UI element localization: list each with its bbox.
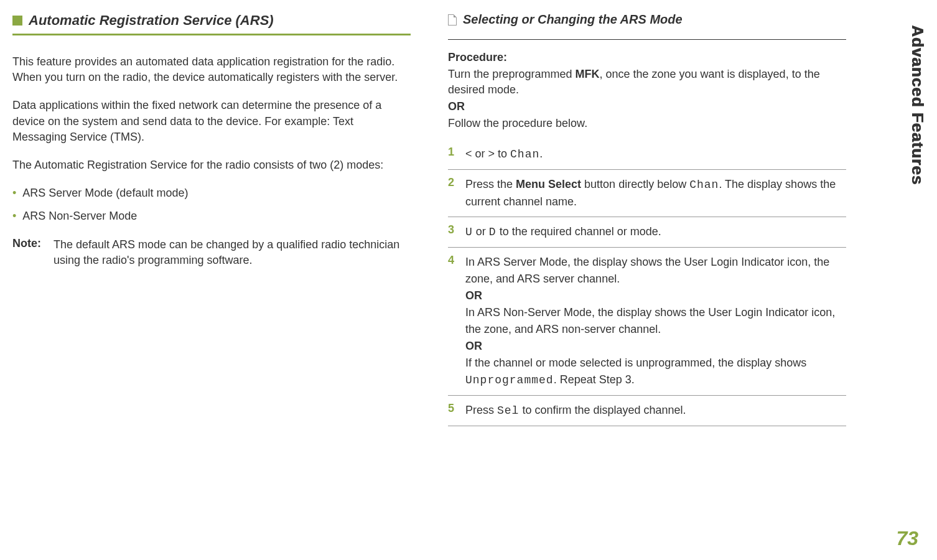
note-label: Note:: [12, 237, 41, 268]
right-arrow-icon: >: [485, 147, 498, 160]
step-number: 4: [448, 254, 465, 389]
subsection-underline: [448, 39, 846, 40]
step-number: 5: [448, 402, 465, 419]
side-title: Advanced Features: [908, 25, 927, 185]
step-list: 1 < or > to Chan. 2 Press the Menu Selec…: [448, 139, 846, 426]
text: In ARS Server Mode, the display shows th…: [465, 254, 846, 287]
section-underline: [12, 34, 411, 35]
page-number: 73: [896, 527, 918, 550]
menu-select-label: Menu Select: [516, 178, 581, 190]
or-label: OR: [465, 287, 846, 304]
left-arrow-icon: <: [465, 147, 475, 160]
step-item: 5 Press Sel to confirm the displayed cha…: [448, 396, 846, 426]
text: or: [473, 225, 489, 238]
subsection-title: Selecting or Changing the ARS Mode: [463, 12, 683, 27]
section-title: Automatic Registration Service (ARS): [29, 12, 274, 29]
step-item: 3 U or D to the required channel or mode…: [448, 217, 846, 248]
step-item: 2 Press the Menu Select button directly …: [448, 170, 846, 217]
step-body: U or D to the required channel or mode.: [465, 223, 661, 241]
paragraph: The Automatic Registration Service for t…: [12, 157, 411, 173]
bullet-list: • ARS Server Mode (default mode) • ARS N…: [12, 185, 411, 224]
text: In ARS Non-Server Mode, the display show…: [465, 304, 846, 338]
text: to the required channel or mode.: [496, 225, 661, 238]
step-body: < or > to Chan.: [465, 146, 543, 163]
note-block: Note: The default ARS mode can be change…: [12, 237, 411, 268]
chan-label: Chan: [689, 179, 719, 191]
text: or: [475, 147, 485, 160]
mfk-label: MFK: [575, 68, 599, 80]
text: button directly below: [581, 178, 689, 190]
list-item: • ARS Non-Server Mode: [12, 208, 411, 224]
down-key-icon: D: [489, 226, 496, 238]
step-body: Press the Menu Select button directly be…: [465, 176, 846, 210]
document-icon: [448, 14, 457, 26]
text: If the channel or mode selected is unpro…: [465, 357, 806, 369]
paragraph: Data applications within the fixed netwo…: [12, 98, 411, 145]
step-item: 4 In ARS Server Mode, the display shows …: [448, 248, 846, 396]
section-header: Automatic Registration Service (ARS): [12, 12, 411, 29]
step-body: In ARS Server Mode, the display shows th…: [465, 254, 846, 389]
procedure-text: Follow the procedure below.: [448, 116, 846, 131]
text: Press the: [465, 178, 516, 190]
or-label: OR: [448, 100, 846, 113]
paragraph: This feature provides an automated data …: [12, 54, 411, 85]
unprogrammed-label: Unprogrammed: [465, 374, 554, 386]
procedure-label: Procedure:: [448, 51, 846, 64]
text: to confirm the displayed channel.: [519, 404, 686, 416]
or-label: OR: [465, 338, 846, 355]
text: If the channel or mode selected is unpro…: [465, 355, 846, 389]
left-column: Automatic Registration Service (ARS) Thi…: [12, 12, 411, 426]
bullet-text: ARS Non-Server Mode: [22, 208, 137, 224]
bullet-text: ARS Server Mode (default mode): [22, 185, 188, 201]
subsection-header: Selecting or Changing the ARS Mode: [448, 12, 846, 27]
bullet-icon: •: [12, 185, 16, 201]
up-key-icon: U: [465, 226, 473, 238]
procedure-text: Turn the preprogrammed MFK, once the zon…: [448, 67, 846, 98]
step-number: 3: [448, 223, 465, 241]
text: Press: [465, 404, 497, 416]
step-item: 1 < or > to Chan.: [448, 139, 846, 170]
step-number: 1: [448, 146, 465, 163]
note-text: The default ARS mode can be changed by a…: [54, 237, 411, 268]
text: .: [539, 147, 543, 160]
right-column: Selecting or Changing the ARS Mode Proce…: [448, 12, 846, 426]
step-body: Press Sel to confirm the displayed chann…: [465, 402, 686, 419]
text: to: [498, 147, 510, 160]
text: Turn the preprogrammed: [448, 68, 575, 80]
bullet-icon: •: [12, 208, 16, 224]
sel-label: Sel: [497, 404, 519, 417]
list-item: • ARS Server Mode (default mode): [12, 185, 411, 201]
section-marker-icon: [12, 16, 22, 26]
chan-label: Chan: [510, 148, 539, 161]
step-number: 2: [448, 176, 465, 210]
text: . Repeat Step 3.: [554, 373, 635, 386]
